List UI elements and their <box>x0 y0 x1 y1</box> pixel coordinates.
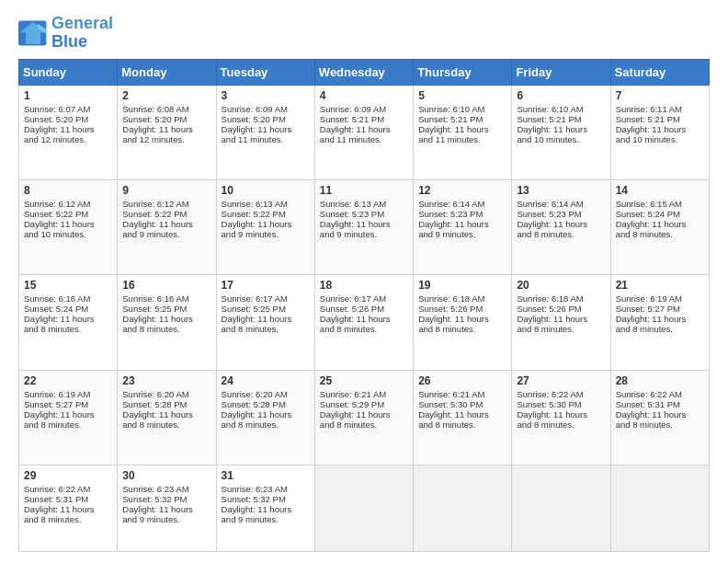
sunset-label: Sunset: 5:24 PM <box>616 209 680 219</box>
daylight-minutes: and 8 minutes. <box>418 419 475 430</box>
day-number: 26 <box>418 374 506 387</box>
logo-text: General Blue <box>51 15 113 52</box>
daylight-minutes: and 8 minutes. <box>222 419 279 430</box>
sunrise-label: Sunrise: 6:23 AM <box>122 484 188 494</box>
daylight-label: Daylight: 11 hours <box>320 219 391 229</box>
calendar-cell: 7Sunrise: 6:11 AMSunset: 5:21 PMDaylight… <box>610 85 709 179</box>
daylight-minutes: and 8 minutes. <box>616 324 673 334</box>
daylight-minutes: and 9 minutes. <box>222 514 279 524</box>
sunset-label: Sunset: 5:23 PM <box>517 209 581 219</box>
sunset-label: Sunset: 5:25 PM <box>222 304 286 314</box>
sunrise-label: Sunrise: 6:12 AM <box>122 199 188 209</box>
calendar-cell: 4Sunrise: 6:09 AMSunset: 5:21 PMDaylight… <box>314 85 413 179</box>
daylight-minutes: and 11 minutes. <box>320 134 382 144</box>
day-number: 22 <box>24 374 112 387</box>
calendar-cell: 14Sunrise: 6:15 AMSunset: 5:24 PMDayligh… <box>610 179 709 274</box>
day-number: 5 <box>418 89 506 102</box>
sunset-label: Sunset: 5:31 PM <box>616 399 680 409</box>
sunset-label: Sunset: 5:21 PM <box>320 114 384 124</box>
sunrise-label: Sunrise: 6:21 AM <box>320 389 386 399</box>
sunrise-label: Sunrise: 6:17 AM <box>222 293 288 304</box>
daylight-minutes: and 9 minutes. <box>222 229 279 239</box>
calendar-cell: 5Sunrise: 6:10 AMSunset: 5:21 PMDaylight… <box>414 85 512 179</box>
daylight-minutes: and 8 minutes. <box>222 324 279 334</box>
day-number: 21 <box>616 279 704 292</box>
sunset-label: Sunset: 5:30 PM <box>517 399 581 409</box>
daylight-minutes: and 8 minutes. <box>24 514 81 524</box>
calendar-cell: 18Sunrise: 6:17 AMSunset: 5:26 PMDayligh… <box>314 275 413 370</box>
sunrise-label: Sunrise: 6:22 AM <box>24 484 90 494</box>
day-number: 28 <box>616 374 704 387</box>
daylight-label: Daylight: 11 hours <box>418 124 489 134</box>
logo: General Blue <box>18 15 113 52</box>
daylight-minutes: and 8 minutes. <box>24 419 81 430</box>
sunrise-label: Sunrise: 6:14 AM <box>517 199 583 209</box>
calendar-header-wednesday: Wednesday <box>314 59 413 85</box>
calendar-cell <box>610 465 709 552</box>
calendar-cell: 29Sunrise: 6:22 AMSunset: 5:31 PMDayligh… <box>19 465 118 552</box>
sunrise-label: Sunrise: 6:21 AM <box>418 389 484 399</box>
calendar-cell: 21Sunrise: 6:19 AMSunset: 5:27 PMDayligh… <box>610 275 709 370</box>
calendar-cell: 9Sunrise: 6:12 AMSunset: 5:22 PMDaylight… <box>118 179 216 274</box>
calendar-cell: 8Sunrise: 6:12 AMSunset: 5:22 PMDaylight… <box>19 179 118 274</box>
daylight-minutes: and 8 minutes. <box>320 324 377 334</box>
daylight-minutes: and 9 minutes. <box>320 229 377 239</box>
daylight-label: Daylight: 11 hours <box>24 504 95 514</box>
sunset-label: Sunset: 5:25 PM <box>122 304 187 314</box>
calendar-week-3: 15Sunrise: 6:16 AMSunset: 5:24 PMDayligh… <box>19 275 710 370</box>
sunrise-label: Sunrise: 6:09 AM <box>320 104 386 114</box>
sunrise-label: Sunrise: 6:17 AM <box>320 293 386 304</box>
day-number: 2 <box>122 89 210 102</box>
daylight-minutes: and 9 minutes. <box>122 514 179 524</box>
calendar-cell: 10Sunrise: 6:13 AMSunset: 5:22 PMDayligh… <box>216 179 314 274</box>
daylight-minutes: and 8 minutes. <box>122 419 179 430</box>
day-number: 12 <box>418 184 506 197</box>
logo-icon <box>18 20 48 46</box>
sunset-label: Sunset: 5:31 PM <box>24 494 88 504</box>
sunrise-label: Sunrise: 6:09 AM <box>222 104 288 114</box>
daylight-minutes: and 10 minutes. <box>616 134 678 144</box>
sunset-label: Sunset: 5:27 PM <box>24 399 88 409</box>
sunrise-label: Sunrise: 6:23 AM <box>222 484 288 494</box>
sunrise-label: Sunrise: 6:14 AM <box>418 199 484 209</box>
sunset-label: Sunset: 5:22 PM <box>122 209 187 219</box>
daylight-label: Daylight: 11 hours <box>517 314 587 324</box>
calendar-cell: 24Sunrise: 6:20 AMSunset: 5:28 PMDayligh… <box>216 370 314 465</box>
daylight-label: Daylight: 11 hours <box>418 219 489 229</box>
daylight-label: Daylight: 11 hours <box>222 124 292 134</box>
sunrise-label: Sunrise: 6:22 AM <box>616 389 682 399</box>
sunset-label: Sunset: 5:32 PM <box>222 494 286 504</box>
day-number: 7 <box>616 89 704 102</box>
daylight-label: Daylight: 11 hours <box>122 124 193 134</box>
daylight-label: Daylight: 11 hours <box>24 219 95 229</box>
calendar-cell <box>414 465 512 552</box>
daylight-label: Daylight: 11 hours <box>517 409 587 419</box>
day-number: 14 <box>616 184 704 197</box>
sunrise-label: Sunrise: 6:12 AM <box>24 199 90 209</box>
sunrise-label: Sunrise: 6:11 AM <box>616 104 682 114</box>
daylight-minutes: and 8 minutes. <box>616 229 673 239</box>
calendar-cell: 27Sunrise: 6:22 AMSunset: 5:30 PMDayligh… <box>512 370 610 465</box>
daylight-label: Daylight: 11 hours <box>320 409 391 419</box>
calendar-cell: 26Sunrise: 6:21 AMSunset: 5:30 PMDayligh… <box>414 370 512 465</box>
daylight-label: Daylight: 11 hours <box>616 409 687 419</box>
calendar-cell: 22Sunrise: 6:19 AMSunset: 5:27 PMDayligh… <box>19 370 118 465</box>
calendar-week-1: 1Sunrise: 6:07 AMSunset: 5:20 PMDaylight… <box>19 85 710 179</box>
header: General Blue <box>18 15 710 52</box>
daylight-label: Daylight: 11 hours <box>616 124 687 134</box>
sunrise-label: Sunrise: 6:19 AM <box>24 389 90 399</box>
calendar-cell: 28Sunrise: 6:22 AMSunset: 5:31 PMDayligh… <box>610 370 709 465</box>
day-number: 6 <box>517 89 605 102</box>
sunset-label: Sunset: 5:26 PM <box>517 304 581 314</box>
daylight-minutes: and 8 minutes. <box>418 324 475 334</box>
daylight-minutes: and 8 minutes. <box>24 324 81 334</box>
sunrise-label: Sunrise: 6:19 AM <box>616 293 682 304</box>
calendar-header-row: SundayMondayTuesdayWednesdayThursdayFrid… <box>19 59 710 85</box>
sunset-label: Sunset: 5:23 PM <box>320 209 384 219</box>
page: General Blue SundayMondayTuesdayWednesda… <box>0 0 728 563</box>
daylight-label: Daylight: 11 hours <box>24 124 95 134</box>
day-number: 30 <box>122 469 210 482</box>
sunset-label: Sunset: 5:22 PM <box>24 209 88 219</box>
daylight-label: Daylight: 11 hours <box>222 314 292 324</box>
daylight-minutes: and 8 minutes. <box>616 419 673 430</box>
